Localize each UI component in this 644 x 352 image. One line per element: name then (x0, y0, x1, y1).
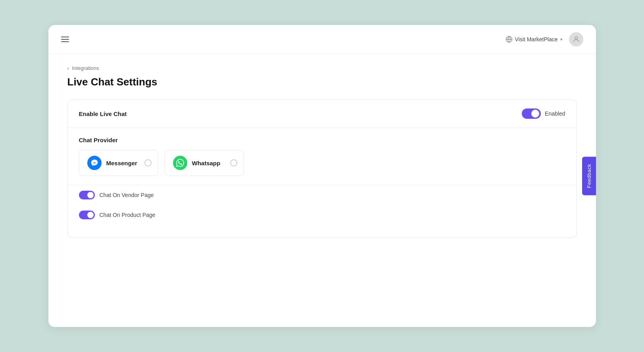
vendor-page-label: Chat On Vendor Page (100, 192, 154, 198)
product-page-toggle[interactable] (79, 211, 95, 219)
enabled-label: Enabled (545, 110, 565, 117)
header: Visit MarketPlace ▾ (48, 25, 596, 54)
enable-live-chat-toggle-wrapper: Enabled (522, 108, 565, 119)
whatsapp-radio[interactable] (230, 159, 237, 166)
user-avatar[interactable] (569, 32, 583, 46)
user-icon (572, 35, 580, 43)
content-area: ‹ Integrations Live Chat Settings Enable… (48, 54, 596, 249)
whatsapp-name: Whatsapp (192, 160, 221, 166)
vendor-page-row: Chat On Vendor Page (68, 185, 577, 205)
enable-live-chat-label: Enable Live Chat (79, 110, 127, 117)
whatsapp-icon-bg (173, 156, 187, 170)
page-title: Live Chat Settings (67, 76, 577, 88)
messenger-radio[interactable] (144, 159, 152, 166)
breadcrumb-arrow-icon: ‹ (67, 65, 69, 71)
vendor-page-toggle[interactable] (79, 191, 95, 199)
product-toggle-slider (79, 211, 95, 219)
enable-live-chat-toggle[interactable] (522, 108, 541, 119)
marketplace-label: Visit MarketPlace (515, 36, 558, 43)
marketplace-link[interactable]: Visit MarketPlace ▾ (506, 36, 563, 43)
messenger-icon-bg (87, 156, 102, 170)
messenger-icon (90, 159, 98, 167)
product-page-row: Chat On Product Page (68, 205, 577, 225)
chat-provider-section: Chat Provider Messenger (68, 128, 577, 185)
messenger-name: Messenger (106, 160, 137, 166)
bottom-spacer (68, 225, 577, 238)
provider-list: Messenger Whatsapp (79, 150, 565, 176)
header-right: Visit MarketPlace ▾ (506, 32, 583, 46)
enable-live-chat-row: Enable Live Chat Enabled (68, 100, 577, 128)
product-page-label: Chat On Product Page (100, 212, 156, 218)
feedback-button[interactable]: Feedback (582, 157, 596, 195)
messenger-provider-card[interactable]: Messenger (79, 150, 158, 176)
settings-card: Enable Live Chat Enabled Chat Provider (67, 99, 577, 238)
vendor-toggle-slider (79, 191, 95, 199)
chat-provider-label: Chat Provider (79, 137, 565, 143)
whatsapp-icon (176, 159, 184, 167)
main-card: Visit MarketPlace ▾ ‹ Integrations Live … (48, 25, 596, 327)
svg-point-1 (575, 37, 577, 39)
breadcrumb[interactable]: ‹ Integrations (67, 65, 577, 71)
chevron-down-icon: ▾ (560, 37, 563, 42)
whatsapp-provider-card[interactable]: Whatsapp (165, 150, 244, 176)
toggle-slider (522, 108, 541, 119)
breadcrumb-label: Integrations (72, 65, 99, 71)
hamburger-menu-button[interactable] (61, 37, 69, 42)
globe-icon (506, 36, 513, 43)
